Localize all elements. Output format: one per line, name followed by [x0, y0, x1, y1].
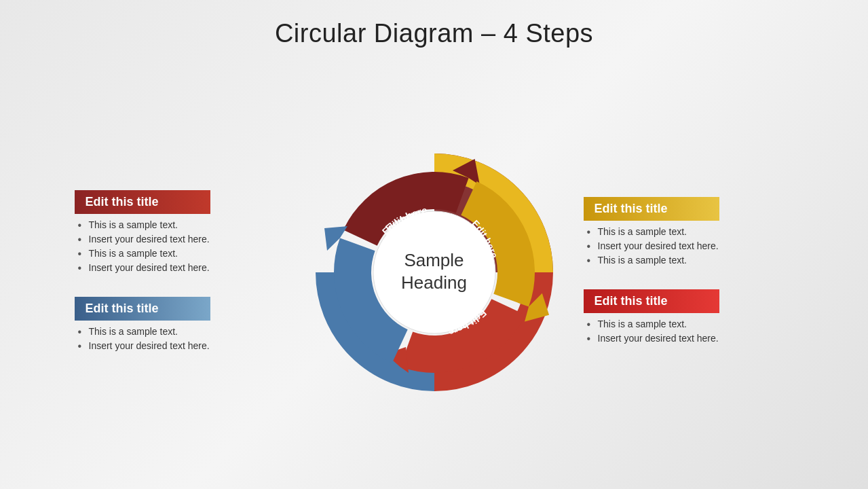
list-item: Insert your desired text here. — [587, 333, 794, 344]
content-area: Edit this title This is a sample text. I… — [0, 55, 868, 489]
list-item: Insert your desired text here. — [78, 340, 285, 351]
panel-bottom-left: Edit this title This is a sample text. I… — [75, 297, 285, 355]
panel-bottom-left-title[interactable]: Edit this title — [75, 297, 210, 321]
panel-top-left-title[interactable]: Edit this title — [75, 190, 210, 214]
panel-bottom-right-bullets: This is a sample text. Insert your desir… — [584, 319, 794, 344]
list-item: This is a sample text. — [587, 319, 794, 329]
page-title[interactable]: Circular Diagram – 4 Steps — [275, 19, 593, 48]
list-item: Insert your desired text here. — [78, 262, 285, 273]
circular-diagram: Edit here Edit here Edit here Edit here — [305, 130, 563, 415]
panel-top-left-bullets: This is a sample text. Insert your desir… — [75, 219, 285, 273]
panel-top-right: Edit this title This is a sample text. I… — [584, 197, 794, 269]
list-item: This is a sample text. — [587, 255, 794, 266]
list-item: This is a sample text. — [78, 326, 285, 337]
right-panels: Edit this title This is a sample text. I… — [584, 197, 794, 347]
list-item: This is a sample text. — [587, 226, 794, 237]
list-item: This is a sample text. — [78, 219, 285, 230]
slide: Circular Diagram – 4 Steps Edit this tit… — [0, 0, 868, 489]
panel-top-right-title[interactable]: Edit this title — [584, 197, 719, 221]
panel-bottom-left-bullets: This is a sample text. Insert your desir… — [75, 326, 285, 351]
list-item: Insert your desired text here. — [78, 234, 285, 244]
panel-top-left: Edit this title This is a sample text. I… — [75, 190, 285, 276]
list-item: This is a sample text. — [78, 248, 285, 259]
panel-bottom-right-title[interactable]: Edit this title — [584, 289, 719, 313]
list-item: Insert your desired text here. — [587, 240, 794, 251]
left-panels: Edit this title This is a sample text. I… — [75, 190, 285, 355]
panel-bottom-right: Edit this title This is a sample text. I… — [584, 289, 794, 347]
panel-top-right-bullets: This is a sample text. Insert your desir… — [584, 226, 794, 266]
